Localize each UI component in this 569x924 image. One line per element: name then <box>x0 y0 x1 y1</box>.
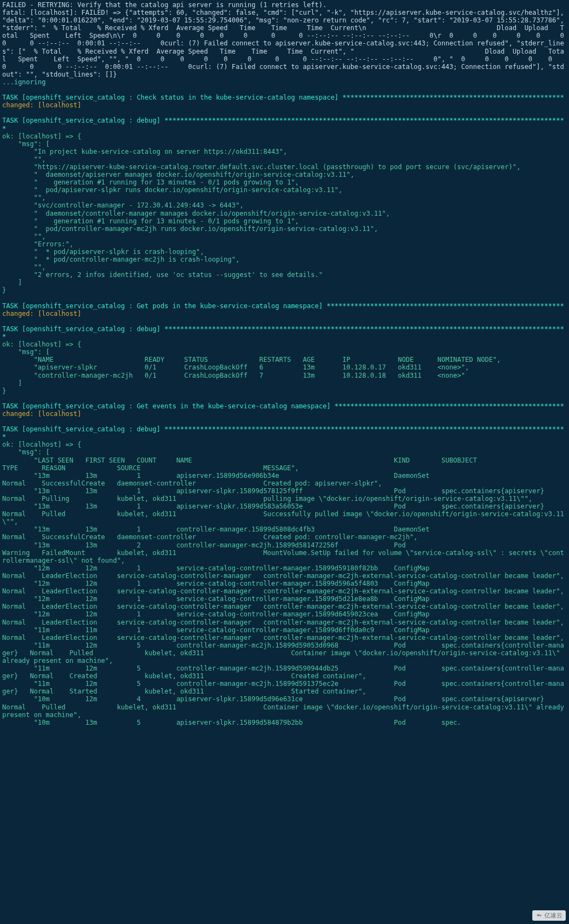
terminal-line: TASK [openshift_service_catalog : debug]… <box>2 117 564 132</box>
terminal-line: ok: [localhost] => { <box>2 441 82 448</box>
terminal-line: TASK [openshift_service_catalog : Get ev… <box>2 402 564 410</box>
terminal-line: ...ignoring <box>2 78 45 86</box>
terminal-line: "12m 12m 1 service-catalog-controller-ma… <box>2 610 569 626</box>
terminal-line: " generation #1 running for 13 minutes -… <box>2 178 299 186</box>
terminal-line: } <box>2 387 6 395</box>
terminal-line: ] <box>2 279 22 286</box>
terminal-line: changed: [localhost] <box>2 410 82 418</box>
terminal-line: " daemonset/apiserver manages docker.io/… <box>2 171 354 178</box>
terminal-line: "msg": [ <box>2 348 50 356</box>
terminal-line: ok: [localhost] => { <box>2 340 82 348</box>
terminal-line: TASK [openshift_service_catalog : debug]… <box>2 325 564 340</box>
terminal-line: fatal: [localhost]: FAILED! => {"attempt… <box>2 9 569 78</box>
terminal-line: "11m 11m 1 service-catalog-controller-ma… <box>2 626 569 642</box>
terminal-line: " * pod/controller-manager-mc2jh is cras… <box>2 256 239 263</box>
terminal-line: "2 errors, 2 infos identified, use 'oc s… <box>2 271 323 279</box>
terminal-line: " * pod/apiserver-slpkr is crash-looping… <box>2 248 204 256</box>
terminal-line: "NAME READY STATUS RESTARTS AGE IP NODE … <box>2 356 501 363</box>
terminal-line: "", <box>2 233 45 240</box>
terminal-line: " pod/controller-manager-mc2jh runs dock… <box>2 225 378 233</box>
terminal-line: "11m 12m 5 controller-manager-mc2jh.1589… <box>2 680 564 695</box>
terminal-line: " daemonset/controller-manager manages d… <box>2 210 390 217</box>
terminal-line: "10m 12m 4 apiserver-slpkr.15899d5d96e63… <box>2 695 569 718</box>
terminal-line: "https://apiserver-kube-service-catalog.… <box>2 163 520 171</box>
terminal-line: "In project kube-service-catalog on serv… <box>2 148 287 155</box>
terminal-line: "11m 12m 5 controller-manager-mc2jh.1589… <box>2 642 564 665</box>
terminal-line: "LAST SEEN FIRST SEEN COUNT NAME KIND SU… <box>2 457 569 472</box>
terminal-line: TASK [openshift_service_catalog : debug]… <box>2 425 564 441</box>
terminal-line: "13m 13m 1 controller-manager.15899d5808… <box>2 525 569 541</box>
terminal-line: changed: [localhost] <box>2 101 82 109</box>
terminal-line: TASK [openshift_service_catalog : Get po… <box>2 302 564 310</box>
terminal-line: "13m 13m 1 apiserver-slpkr.15899d578125f… <box>2 487 569 503</box>
terminal-line: "13m 13m 1 apiserver-slpkr.15899d583a560… <box>2 503 569 525</box>
terminal-line: "13m 13m 1 apiserver.15899d56e906b34e Da… <box>2 472 569 487</box>
terminal-line: "", <box>2 194 45 201</box>
terminal-line: "12m 12m 1 service-catalog-controller-ma… <box>2 564 569 580</box>
terminal-line: "11m 12m 5 controller-manager-mc2jh.1589… <box>2 665 564 680</box>
terminal-line: ] <box>2 379 22 387</box>
terminal-line: " generation #1 running for 13 minutes -… <box>2 217 299 225</box>
terminal-line: "", <box>2 155 45 163</box>
terminal-line: } <box>2 286 6 294</box>
terminal-line: "msg": [ <box>2 448 50 456</box>
terminal-line: "", <box>2 263 45 271</box>
terminal-line: "svc/controller-manager - 172.30.41.249:… <box>2 201 244 209</box>
terminal-line: "10m 13m 5 apiserver-slpkr.15899d584879b… <box>2 719 461 726</box>
terminal-line: "Errors:", <box>2 240 73 248</box>
terminal-line: TASK [openshift_service_catalog : Check … <box>2 94 564 101</box>
terminal-line: "12m 12m 1 service-catalog-controller-ma… <box>2 580 569 595</box>
terminal-line: changed: [localhost] <box>2 310 82 317</box>
terminal-line: "apiserver-slpkr 0/1 CrashLoopBackOff 6 … <box>2 363 469 371</box>
terminal-line: FAILED - RETRYING: Verify that the catal… <box>2 1 326 9</box>
terminal-line: "12m 12m 1 service-catalog-controller-ma… <box>2 595 569 610</box>
terminal-line: "13m 13m 2 controller-manager-mc2jh.1589… <box>2 541 569 564</box>
terminal-line: " pod/apiserver-slpkr runs docker.io/ope… <box>2 186 342 194</box>
terminal-line: ok: [localhost] => { <box>2 132 82 140</box>
terminal-line: "controller-manager-mc2jh 0/1 CrashLoopB… <box>2 372 465 379</box>
terminal-line: "msg": [ <box>2 140 50 148</box>
terminal-output: FAILED - RETRYING: Verify that the catal… <box>0 0 569 727</box>
